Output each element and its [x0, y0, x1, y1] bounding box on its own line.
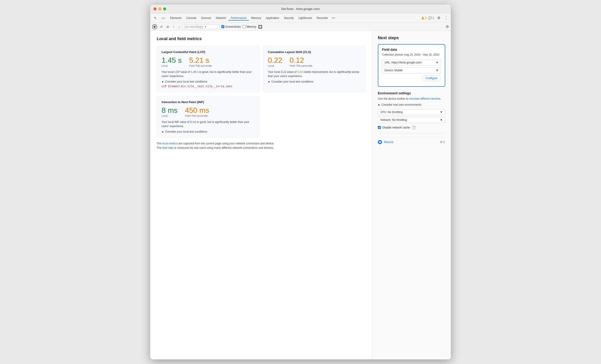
url-dropdown-arrow-icon: ▼	[436, 61, 439, 64]
tab-lighthouse[interactable]: Lighthouse	[296, 15, 314, 20]
tab-elements[interactable]: Elements	[168, 15, 184, 20]
tab-network[interactable]: Network	[213, 15, 228, 20]
env-settings-desc: Use the device toolbar to simulate diffe…	[378, 97, 445, 101]
field-data-collection-period: Collection period: Aug 19, 2024 - Sep 15…	[382, 53, 441, 57]
cls-field-number: 0.12	[290, 57, 312, 64]
environment-settings: Environment settings Use the device tool…	[378, 91, 445, 129]
tab-performance[interactable]: Performance	[228, 15, 249, 20]
tab-sources[interactable]: Sources	[199, 15, 213, 20]
tab-memory[interactable]: Memory	[249, 15, 263, 20]
device-dropdown[interactable]: Device: Mobile ▼	[382, 67, 441, 73]
inp-consider-link[interactable]: ► Consider your local test conditions	[161, 130, 255, 133]
tab-application[interactable]: Application	[263, 15, 281, 20]
maximize-button[interactable]	[163, 7, 166, 10]
tab-recorder[interactable]: Recorder	[314, 15, 330, 20]
help-icon[interactable]: ?	[412, 126, 416, 129]
window-title: DevTools - fonts.google.com/	[281, 7, 320, 11]
cls-consider-link[interactable]: ► Consider your local test conditions	[268, 80, 361, 83]
more-options-button[interactable]: ⋮	[443, 15, 449, 21]
device-dropdown-arrow-icon: ▼	[436, 69, 439, 72]
cls-local-val: 0.22 Local	[268, 57, 282, 67]
lcp-field-label: Field 75th percentile	[189, 64, 212, 67]
record-button[interactable]	[152, 24, 157, 29]
inp-values: 8 ms Local 450 ms Field 75th percentile	[161, 107, 255, 117]
cls-local-label: Local	[268, 64, 282, 67]
next-steps-title: Next steps	[378, 36, 445, 40]
warning-icon: ⚠️	[421, 16, 424, 20]
minimize-button[interactable]	[158, 7, 161, 10]
screenshots-checkbox-group: Screenshots	[221, 25, 241, 28]
info-count: 2	[432, 16, 434, 20]
left-panel: Local and field metrics Largest Contentf…	[150, 31, 372, 359]
simulate-devices-link[interactable]: simulate different devices	[409, 97, 440, 100]
tab-console[interactable]: Console	[184, 15, 199, 20]
cpu-dropdown-arrow-icon: ▼	[440, 110, 443, 114]
tab-security[interactable]: Security	[281, 15, 296, 20]
cpu-select-row: CPU: No throttling ▼	[378, 109, 445, 115]
memory-label[interactable]: Memory	[247, 25, 256, 28]
memory-icon: 🔲	[258, 25, 262, 29]
network-select-row: Network: No throttling ▼	[378, 117, 445, 123]
clear-button[interactable]: ⊘	[165, 24, 170, 29]
lcp-card: Largest Contentful Paint (LCP) 1.45 s Lo…	[157, 46, 260, 92]
cls-description: Your local CLS value of 0.22 needs impro…	[268, 70, 361, 78]
warnings-badge[interactable]: ⚠️ 1	[421, 16, 427, 20]
toolbar-right: ⚠️ 1 💬 2 ⚙ ⋮	[421, 15, 449, 21]
consider-real-env-link[interactable]: ► Consider real user environments	[378, 103, 445, 106]
cls-field-label: Field 75th percentile	[290, 64, 312, 67]
record-label: Record	[384, 140, 393, 144]
inspector-icon[interactable]: ✎	[152, 15, 159, 21]
traffic-lights	[153, 7, 166, 10]
main-content: Local and field metrics Largest Contentf…	[150, 31, 451, 359]
env-settings-title: Environment settings	[378, 91, 445, 95]
device-select-row: Device: Mobile ▼ Configure	[382, 67, 441, 81]
disable-cache-checkbox-label[interactable]: Disable network cache ?	[378, 126, 445, 129]
performance-toolbar: ↺ ⊘ ↑ ↓ (no recordings) ▼ Screenshots Me…	[150, 23, 451, 31]
dropdown-arrow-icon: ▼	[204, 25, 207, 28]
cpu-dropdown[interactable]: CPU: No throttling ▼	[378, 109, 445, 115]
lcp-consider-link[interactable]: ► Consider your local test conditions	[161, 80, 255, 83]
cls-card: Cumulative Layout Shift (CLS) 0.22 Local…	[263, 46, 366, 92]
recordings-dropdown[interactable]: (no recordings) ▼	[182, 24, 220, 29]
field-data-card: Field data Collection period: Aug 19, 20…	[378, 44, 445, 87]
inp-description: Your local INP value of 8 ms is good, bu…	[161, 120, 255, 128]
performance-settings-button[interactable]: ⚙	[446, 24, 449, 29]
info-badge[interactable]: 💬 2	[428, 16, 434, 20]
screenshots-checkbox[interactable]	[221, 25, 224, 28]
cls-field-val: 0.12 Field 75th percentile	[290, 57, 312, 67]
disable-cache-label: Disable network cache	[382, 126, 410, 129]
upload-button[interactable]: ↑	[172, 24, 175, 29]
screenshots-label[interactable]: Screenshots	[225, 25, 241, 28]
settings-button[interactable]: ⚙	[436, 15, 441, 21]
memory-checkbox-group: Memory	[242, 25, 256, 28]
network-dropdown[interactable]: Network: No throttling ▼	[378, 117, 445, 123]
download-button[interactable]: ↓	[177, 24, 181, 29]
inp-field-val: 450 ms Field 75th percentile	[185, 107, 209, 117]
cls-title: Cumulative Layout Shift (CLS)	[268, 50, 361, 54]
tab-bar: ✎ ▭ Elements Console Sources Network Per…	[150, 13, 451, 23]
info-icon: 💬	[428, 16, 432, 20]
record-action-button[interactable]: Record	[378, 140, 393, 144]
field-data-link[interactable]: field data	[162, 146, 174, 149]
disable-cache-row: Disable network cache ?	[378, 126, 445, 129]
inp-field-label: Field 75th percentile	[185, 114, 209, 117]
lcp-values: 1.45 s Local 5.21 s Field 75th percentil…	[161, 57, 255, 67]
inp-card: Interaction to Next Paint (INP) 8 ms Loc…	[157, 96, 260, 138]
inp-local-label: Local	[161, 114, 178, 117]
more-tabs-button[interactable]: >>	[330, 15, 336, 20]
record-dot-icon	[379, 141, 381, 143]
configure-button[interactable]: Configure	[422, 75, 441, 81]
reload-record-button[interactable]: ↺	[159, 24, 164, 29]
inp-field-number: 450 ms	[185, 107, 209, 114]
section-title: Local and field metrics	[157, 36, 366, 41]
close-button[interactable]	[153, 7, 157, 10]
local-metrics-link[interactable]: local metrics	[162, 142, 178, 145]
disable-cache-checkbox[interactable]	[378, 126, 381, 129]
device-icon[interactable]: ▭	[160, 15, 166, 21]
inp-title: Interaction to Next Paint (INP)	[161, 100, 255, 104]
inp-local-val: 8 ms Local	[161, 107, 178, 117]
url-dropdown[interactable]: URL: https://fonts.google.com/ ▼	[382, 59, 441, 66]
titlebar: DevTools - fonts.google.com/	[150, 5, 451, 13]
lcp-title: Largest Contentful Paint (LCP)	[161, 50, 255, 54]
memory-checkbox[interactable]	[242, 25, 246, 28]
